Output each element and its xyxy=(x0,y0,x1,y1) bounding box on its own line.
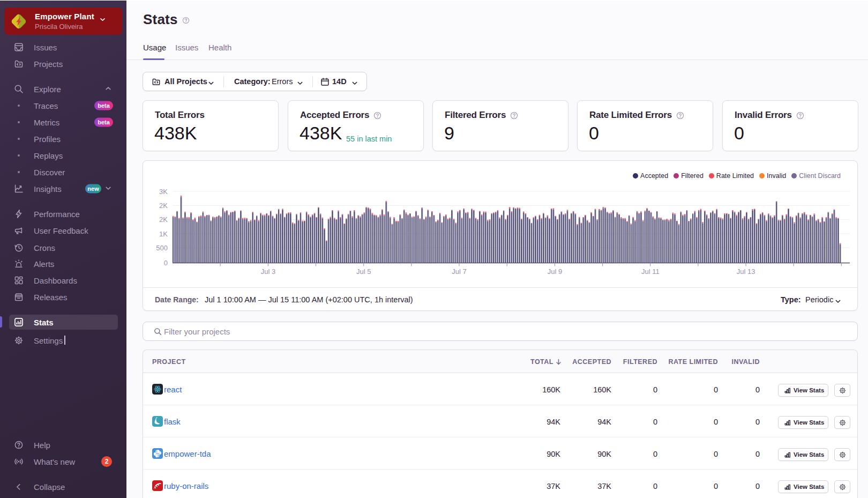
svg-text:Jul 3: Jul 3 xyxy=(261,267,275,276)
svg-text:1K: 1K xyxy=(159,230,168,238)
svg-text:3K: 3K xyxy=(159,188,168,196)
svg-text:2K: 2K xyxy=(159,215,168,224)
svg-text:500: 500 xyxy=(156,244,168,252)
svg-text:Jul 5: Jul 5 xyxy=(356,267,371,276)
svg-text:0: 0 xyxy=(164,259,168,267)
svg-text:Jul 7: Jul 7 xyxy=(452,267,466,276)
svg-text:Jul 9: Jul 9 xyxy=(548,267,562,276)
svg-text:2K: 2K xyxy=(159,202,168,210)
svg-text:Jul 11: Jul 11 xyxy=(641,267,660,276)
svg-text:Jul 13: Jul 13 xyxy=(737,267,755,276)
